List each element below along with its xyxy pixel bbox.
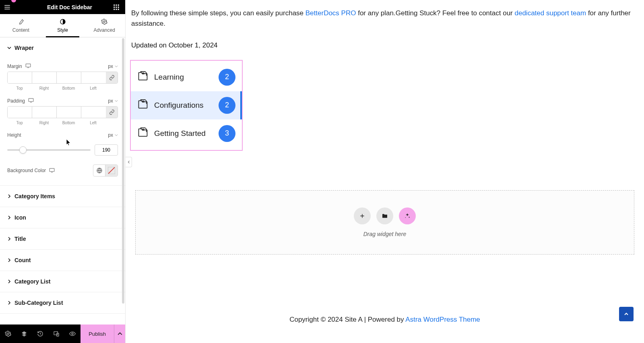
svg-rect-1 bbox=[4, 7, 10, 8]
caret-right-icon bbox=[7, 301, 11, 305]
caret-right-icon bbox=[7, 194, 11, 198]
footer-theme-link[interactable]: Astra WordPress Theme bbox=[405, 316, 480, 323]
responsive-icon[interactable] bbox=[49, 168, 55, 174]
publish-options-button[interactable] bbox=[114, 325, 125, 343]
doc-item[interactable]: Configurations 2 bbox=[131, 91, 242, 119]
editor-sidebar: Edit Doc Sidebar Content Style Advanced … bbox=[0, 0, 126, 343]
unit-select-margin[interactable]: px bbox=[108, 64, 118, 69]
publish-button[interactable]: Publish bbox=[80, 325, 114, 343]
padding-bottom-input[interactable] bbox=[57, 107, 81, 118]
section-toggle-title[interactable]: Title bbox=[0, 228, 125, 249]
margin-top-input[interactable] bbox=[8, 72, 32, 83]
doc-item[interactable]: Learning 2 bbox=[131, 63, 242, 91]
doc-count: 3 bbox=[219, 125, 235, 142]
folder-document-icon bbox=[137, 71, 149, 84]
doc-title: Learning bbox=[154, 73, 213, 82]
tab-content[interactable]: Content bbox=[0, 14, 42, 37]
link-pro[interactable]: BetterDocs PRO bbox=[305, 9, 356, 17]
doc-item[interactable]: Getting Started 3 bbox=[131, 119, 242, 148]
doc-count: 2 bbox=[219, 69, 235, 86]
section-toggle-category-list[interactable]: Category List bbox=[0, 271, 125, 292]
section-toggle-icon[interactable]: Icon bbox=[0, 207, 125, 228]
apps-button[interactable] bbox=[111, 0, 122, 14]
ai-button[interactable] bbox=[399, 207, 416, 224]
margin-left-input[interactable] bbox=[81, 72, 106, 83]
scroll-to-top-button[interactable] bbox=[619, 307, 634, 321]
folder-document-icon bbox=[137, 99, 149, 112]
svg-rect-5 bbox=[118, 4, 119, 6]
preview-button[interactable] bbox=[64, 325, 80, 343]
svg-rect-11 bbox=[118, 8, 119, 10]
svg-point-13 bbox=[103, 21, 105, 23]
tab-label: Content bbox=[12, 27, 29, 33]
updated-date: Updated on October 1, 2024 bbox=[126, 29, 644, 49]
svg-point-18 bbox=[7, 333, 9, 335]
padding-right-input[interactable] bbox=[32, 107, 57, 118]
caret-right-icon bbox=[7, 279, 11, 283]
link-values-button[interactable] bbox=[106, 72, 118, 83]
padding-top-input[interactable] bbox=[8, 107, 32, 118]
padding-inputs bbox=[7, 106, 118, 118]
link-values-button[interactable] bbox=[106, 107, 118, 118]
page-footer: Copyright © 2024 Site A | Powered by Ast… bbox=[126, 316, 644, 324]
padding-label: Padding bbox=[7, 98, 25, 104]
panel-tabs: Content Style Advanced bbox=[0, 14, 125, 37]
svg-rect-10 bbox=[116, 8, 117, 10]
folder-document-icon bbox=[137, 127, 149, 140]
tab-advanced[interactable]: Advanced bbox=[83, 14, 125, 37]
bg-color-label: Background Color bbox=[7, 168, 46, 173]
drop-zone[interactable]: Drag widget here bbox=[135, 190, 634, 255]
global-color-button[interactable] bbox=[93, 165, 105, 176]
section-toggle-count[interactable]: Count bbox=[0, 250, 125, 271]
margin-bottom-input[interactable] bbox=[57, 72, 81, 83]
section-toggle-category-items[interactable]: Category Items bbox=[0, 186, 125, 207]
settings-button[interactable] bbox=[0, 325, 16, 343]
height-slider[interactable] bbox=[7, 149, 91, 151]
add-widget-button[interactable] bbox=[354, 207, 371, 224]
padding-left-input[interactable] bbox=[81, 107, 106, 118]
section-title: Wraper bbox=[14, 45, 34, 51]
doc-title: Getting Started bbox=[154, 129, 213, 138]
sidebar-footer: Publish bbox=[0, 325, 125, 343]
margin-right-input[interactable] bbox=[32, 72, 57, 83]
svg-rect-2 bbox=[4, 8, 10, 9]
svg-rect-9 bbox=[114, 8, 115, 10]
svg-rect-15 bbox=[29, 99, 33, 102]
sidebar-title: Edit Doc Sidebar bbox=[14, 4, 125, 10]
tab-label: Style bbox=[57, 27, 68, 33]
responsive-button[interactable] bbox=[48, 325, 64, 343]
svg-rect-4 bbox=[116, 4, 117, 6]
navigator-button[interactable] bbox=[16, 325, 32, 343]
sidebar-header: Edit Doc Sidebar bbox=[0, 0, 125, 14]
responsive-icon[interactable] bbox=[25, 63, 31, 69]
bg-color-none-button[interactable] bbox=[105, 165, 118, 176]
svg-rect-0 bbox=[4, 5, 10, 6]
caret-right-icon bbox=[7, 237, 11, 241]
svg-rect-8 bbox=[118, 6, 119, 8]
svg-rect-6 bbox=[114, 6, 115, 8]
menu-button[interactable] bbox=[0, 4, 14, 11]
unit-select-height[interactable]: px bbox=[108, 132, 118, 138]
folder-button[interactable] bbox=[376, 207, 393, 224]
doc-title: Configurations bbox=[154, 101, 213, 110]
preview-canvas: By following these simple steps, you can… bbox=[126, 0, 644, 343]
section-toggle-wrapper[interactable]: Wraper bbox=[0, 37, 125, 58]
link-support[interactable]: dedicated support team bbox=[514, 9, 586, 17]
sidebar-scrollbar[interactable] bbox=[121, 37, 125, 325]
svg-rect-14 bbox=[26, 64, 31, 67]
caret-down-icon bbox=[7, 46, 11, 50]
history-button[interactable] bbox=[32, 325, 48, 343]
caret-right-icon bbox=[7, 216, 11, 220]
doc-sidebar-widget[interactable]: Learning 2 Configurations 2 Getting Star… bbox=[130, 60, 243, 151]
doc-count: 2 bbox=[219, 97, 235, 114]
svg-rect-16 bbox=[50, 168, 54, 171]
tab-style[interactable]: Style bbox=[42, 14, 84, 37]
section-wrapper: Wraper Margin px bbox=[0, 37, 125, 186]
section-toggle-sub-category-list[interactable]: Sub-Category List bbox=[0, 292, 125, 313]
unit-select-padding[interactable]: px bbox=[108, 98, 118, 104]
svg-rect-7 bbox=[116, 6, 117, 8]
article-paragraph: By following these simple steps, you can… bbox=[126, 0, 644, 29]
height-value-input[interactable] bbox=[95, 144, 118, 156]
responsive-icon[interactable] bbox=[28, 98, 34, 104]
caret-right-icon bbox=[7, 258, 11, 262]
